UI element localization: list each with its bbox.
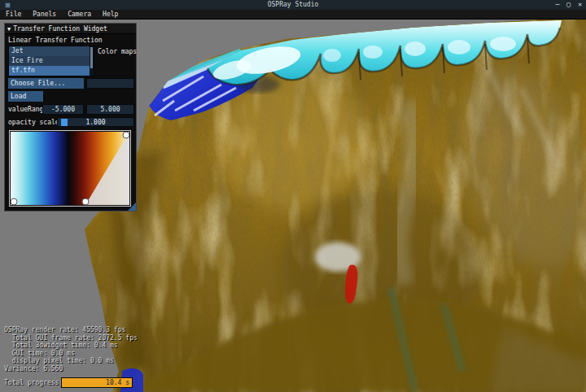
opacity-control-point[interactable] (82, 198, 89, 205)
panel-title: Transfer Function Widget (13, 25, 107, 33)
colormaps-label: Color maps (98, 48, 137, 55)
menu-panels[interactable]: Panels (27, 10, 62, 19)
stat-gui-frame-rate: Total GUI frame rate: 2072.5 fps (4, 334, 138, 342)
colormap-item-jet[interactable]: Jet (9, 46, 94, 56)
menu-help[interactable]: Help (97, 10, 124, 19)
stat-variance: Variance: 6.560 (4, 365, 138, 373)
value-range-max-field[interactable]: 5.000 (86, 104, 134, 115)
panel-resize-grip[interactable] (128, 203, 136, 211)
ospray-studio-window: OSPRay Studio – ▢ ✕ File Panels Camera H… (0, 0, 586, 392)
window-title: OSPRay Studio (0, 0, 586, 10)
stat-3dwidget-time: Total 3dwidget time: 0.4 ms (4, 342, 138, 350)
value-range-min-field[interactable]: -5.000 (42, 104, 84, 115)
minimize-button[interactable]: – (556, 0, 560, 10)
opacity-triangle (11, 132, 129, 205)
stat-gui-time: GUI time: 0.0 ms (4, 350, 138, 358)
colormap-item-icefire[interactable]: Ice Fire (9, 56, 94, 66)
colormap-editor[interactable] (9, 130, 131, 207)
stats-overlay: OSPRay render rate: 45590.3 fps Total GU… (4, 326, 138, 373)
choose-file-button[interactable]: Choose File... (8, 78, 84, 89)
panel-titlebar[interactable]: ▼Transfer Function Widget (5, 24, 136, 34)
stat-display-pixel-time: display pixel time: 0.0 ms (4, 357, 138, 365)
menu-camera[interactable]: Camera (62, 10, 97, 19)
collapse-arrow-icon[interactable]: ▼ (7, 26, 11, 33)
menu-bar: File Panels Camera Help (0, 10, 586, 20)
listbox-scrollbar[interactable] (90, 46, 94, 76)
scrollbar-thumb[interactable] (90, 47, 93, 68)
opacity-control-point[interactable] (11, 198, 17, 205)
colormap-item-tftfn[interactable]: tf.tfn (9, 66, 94, 76)
progress-label: Total progress: (4, 379, 63, 386)
opacity-scale-slider[interactable]: 1.000 (57, 117, 134, 127)
file-path-input[interactable] (86, 78, 134, 89)
opacity-scale-label: opacity scale (8, 119, 59, 126)
window-controls: – ▢ ✕ (556, 0, 582, 10)
titlebar[interactable]: OSPRay Studio – ▢ ✕ (0, 0, 586, 10)
value-range-label: valueRange (8, 106, 47, 113)
progress-value: 10.4 s (106, 378, 129, 387)
close-button[interactable]: ✕ (578, 0, 582, 10)
menu-file[interactable]: File (0, 10, 27, 19)
stat-render-rate: OSPRay render rate: 45590.3 fps (4, 326, 138, 334)
opacity-control-point[interactable] (123, 132, 129, 138)
tf-subtitle: Linear Transfer Function (8, 37, 103, 44)
maximize-button[interactable]: ▢ (566, 0, 571, 10)
colormap-listbox: Jet Ice Fire tf.tfn (8, 46, 94, 76)
opacity-curve-overlay (11, 132, 129, 205)
transfer-function-panel: ▼Transfer Function Widget Linear Transfe… (4, 23, 137, 211)
progress-bar: 10.4 s (61, 377, 133, 388)
load-button[interactable]: Load (8, 91, 43, 102)
opacity-scale-value: 1.000 (58, 118, 133, 127)
